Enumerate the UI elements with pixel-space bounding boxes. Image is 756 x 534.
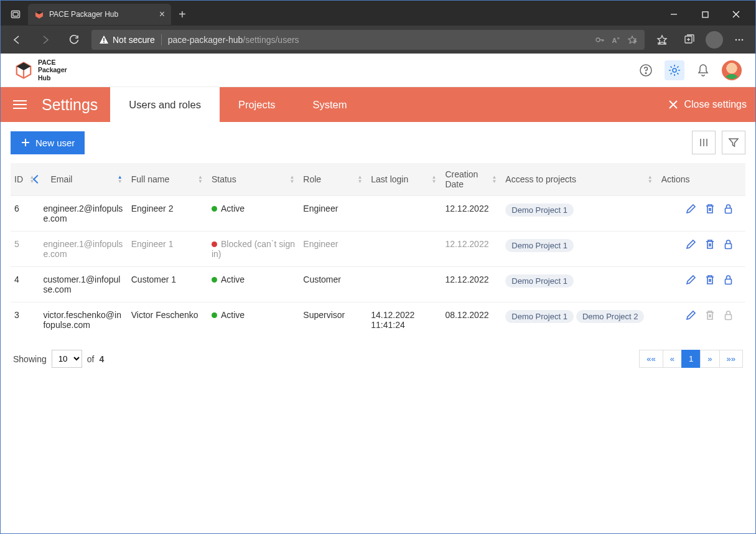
lock-button[interactable] — [724, 239, 733, 251]
svg-point-18 — [735, 39, 737, 40]
status-dot-icon — [212, 206, 217, 212]
cell-id: 4 — [11, 267, 39, 302]
pagination: «« « 1 » »» — [640, 350, 743, 368]
project-chip[interactable]: Demo Project 1 — [505, 239, 574, 252]
showing-control: Showing 10 of 4 — [13, 350, 104, 368]
page-size-select[interactable]: 10 — [52, 350, 82, 368]
browser-tab[interactable]: PACE Packager Hub × — [28, 4, 171, 25]
cell-role: Customer — [299, 267, 367, 302]
cell-creation: 08.12.2022 — [441, 302, 502, 338]
project-chip[interactable]: Demo Project 1 — [505, 310, 574, 323]
svg-marker-22 — [17, 62, 31, 70]
svg-rect-37 — [726, 315, 732, 320]
lock-button[interactable] — [724, 274, 733, 287]
read-aloud-icon[interactable]: A» — [612, 35, 620, 44]
window-maximize[interactable] — [691, 4, 719, 24]
menu-button[interactable] — [9, 96, 30, 113]
project-chip[interactable]: Demo Project 1 — [505, 204, 574, 217]
columns-button[interactable] — [692, 131, 716, 154]
tab-users-and-roles[interactable]: Users and roles — [110, 87, 220, 122]
filter-button[interactable] — [722, 131, 745, 154]
new-tab-button[interactable]: + — [174, 5, 191, 24]
page-next[interactable]: » — [700, 350, 719, 368]
page-1[interactable]: 1 — [681, 350, 701, 368]
svg-point-20 — [742, 39, 744, 40]
users-table: ID▲▼ Email▲▼ Full name▲▼ Status▲▼ Role▲▼… — [11, 163, 745, 337]
browser-chrome: PACE Packager Hub × + Not secure pace-pa… — [1, 1, 755, 54]
cell-lastlogin — [367, 196, 441, 232]
not-secure-badge[interactable]: Not secure — [99, 35, 155, 45]
notifications-button[interactable] — [693, 60, 713, 80]
plus-icon — [21, 138, 30, 148]
cell-role: Supervisor — [299, 302, 367, 338]
browser-profile[interactable] — [706, 31, 723, 49]
svg-point-10 — [596, 38, 600, 42]
tab-overview-button[interactable] — [6, 4, 26, 24]
delete-button[interactable] — [705, 204, 715, 216]
col-lastlogin[interactable]: Last login▲▼ — [367, 163, 441, 196]
svg-rect-9 — [103, 42, 105, 43]
cell-email: victor.feschenko@infopulse.com — [39, 302, 127, 338]
cell-creation: 12.12.2022 — [441, 232, 502, 267]
browser-menu[interactable] — [728, 29, 750, 51]
col-email[interactable]: Email▲▼ — [39, 163, 127, 196]
page-first[interactable]: «« — [639, 350, 663, 368]
nav-back[interactable] — [6, 29, 28, 51]
delete-button[interactable] — [705, 274, 715, 287]
table-row: 6 engineer.2@infopulse.com Engineer 2 Ac… — [11, 196, 745, 232]
cell-lastlogin: 14.12.2022 11:41:24 — [367, 302, 441, 338]
cell-status: Active — [208, 196, 299, 232]
cell-projects: Demo Project 1 — [502, 267, 657, 302]
close-tab-icon[interactable]: × — [159, 9, 165, 20]
cell-id: 3 — [11, 302, 39, 338]
lock-button — [724, 310, 733, 322]
new-user-button[interactable]: New user — [11, 131, 85, 154]
nav-reload[interactable] — [63, 29, 85, 51]
window-close[interactable] — [722, 4, 750, 24]
col-fullname[interactable]: Full name▲▼ — [128, 163, 208, 196]
page-prev[interactable]: « — [663, 350, 682, 368]
page-last[interactable]: »» — [719, 350, 743, 368]
nav-forward[interactable] — [34, 29, 57, 51]
settings-button[interactable] — [665, 60, 684, 80]
collections-button[interactable] — [678, 29, 701, 51]
cell-fullname: Customer 1 — [128, 267, 208, 302]
project-chip[interactable]: Demo Project 2 — [576, 310, 645, 323]
cell-id: 5 — [11, 232, 39, 267]
favorites-button[interactable] — [651, 29, 673, 51]
window-minimize[interactable] — [660, 4, 688, 24]
edit-button[interactable] — [686, 204, 696, 216]
cell-projects: Demo Project 1 — [502, 196, 657, 232]
cell-status: Active — [208, 302, 299, 338]
tab-system[interactable]: System — [294, 87, 366, 122]
col-role[interactable]: Role▲▼ — [299, 163, 367, 196]
cell-email: customer.1@infopulse.com — [39, 267, 127, 302]
cell-status: Blocked (can`t sign in) — [208, 232, 299, 267]
col-creation[interactable]: Creation Date▲▼ — [441, 163, 502, 196]
close-settings-button[interactable]: Close settings — [668, 99, 747, 110]
cell-projects: Demo Project 1Demo Project 2 — [502, 302, 657, 338]
user-avatar[interactable] — [722, 60, 742, 80]
edit-button[interactable] — [686, 274, 696, 287]
status-dot-icon — [212, 241, 217, 247]
lock-button[interactable] — [724, 204, 733, 216]
col-status[interactable]: Status▲▼ — [208, 163, 299, 196]
cell-lastlogin — [367, 267, 441, 302]
edit-button[interactable] — [686, 310, 696, 322]
delete-button[interactable] — [705, 239, 715, 251]
edit-button[interactable] — [686, 239, 696, 251]
col-access[interactable]: Access to projects▲▼ — [502, 163, 657, 196]
password-icon[interactable] — [595, 35, 605, 45]
app-logo[interactable]: PACEPackagerHub — [14, 59, 67, 81]
help-button[interactable] — [636, 60, 656, 80]
page-title: Settings — [42, 96, 98, 114]
tab-projects[interactable]: Projects — [220, 87, 294, 122]
cell-creation: 12.12.2022 — [441, 196, 502, 232]
close-icon — [668, 100, 678, 110]
status-dot-icon — [212, 312, 217, 318]
project-chip[interactable]: Demo Project 1 — [505, 274, 574, 288]
cell-fullname: Engineer 1 — [128, 232, 208, 267]
favorite-icon[interactable]: + — [627, 35, 637, 45]
warning-icon — [99, 35, 109, 45]
address-bar[interactable]: Not secure pace-packager-hub/settings/us… — [91, 30, 645, 50]
